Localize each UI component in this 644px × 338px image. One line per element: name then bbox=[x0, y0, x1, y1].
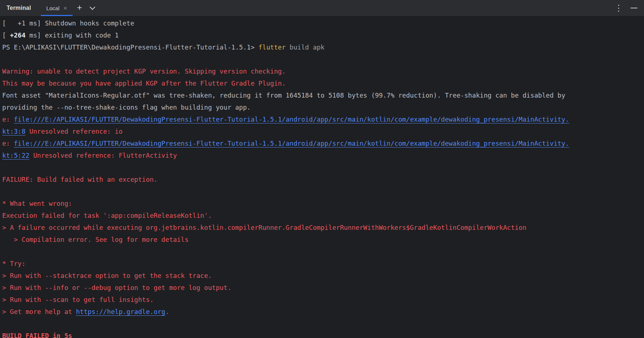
terminal-line: > Run with --info or --debug option to g… bbox=[2, 282, 644, 294]
terminal-panel: { "colors": { "bar_bg": "#2b2d30", "term… bbox=[0, 0, 644, 338]
terminal-text: BUILD FAILED in 5s bbox=[2, 332, 72, 338]
terminal-text: Execution failed for task ':app:compileR… bbox=[2, 212, 212, 219]
panel-title: Terminal bbox=[7, 5, 31, 11]
terminal-text: . bbox=[165, 308, 169, 315]
terminal-text: > Run with --stacktrace option to get th… bbox=[2, 272, 212, 279]
terminal-text: flutter bbox=[259, 44, 286, 51]
terminal-line: Execution failed for task ':app:compileR… bbox=[2, 210, 644, 222]
terminal-text: +264 bbox=[10, 32, 26, 39]
tab-local-label: Local bbox=[46, 5, 59, 11]
terminal-link[interactable]: file:///E:/APLIKASI/FLUTTER/DewakodingPr… bbox=[14, 116, 569, 123]
terminal-text: This may be because you have applied KGP… bbox=[2, 80, 286, 87]
terminal-text: Font asset "MaterialIcons-Regular.otf" w… bbox=[2, 92, 565, 99]
terminal-line: This may be because you have applied KGP… bbox=[2, 78, 644, 90]
terminal-text: providing the --no-tree-shake-icons flag… bbox=[2, 104, 251, 111]
terminal-line bbox=[2, 186, 644, 198]
terminal-text: Unresolved reference: FlutterActivity bbox=[30, 152, 177, 159]
terminal-line: > A failure occurred while executing org… bbox=[2, 222, 644, 234]
terminal-text: > A failure occurred while executing org… bbox=[2, 224, 527, 231]
terminal-text: PS E:\APLIKASI\FLUTTER\DewakodingPresens… bbox=[2, 44, 259, 51]
terminal-line bbox=[2, 246, 644, 258]
terminal-text: > Compilation error. See log for more de… bbox=[2, 236, 189, 243]
tab-local[interactable]: Local × bbox=[41, 0, 73, 16]
terminal-text: FAILURE: Build failed with an exception. bbox=[2, 176, 158, 183]
terminal-line: e: file:///E:/APLIKASI/FLUTTER/Dewakodin… bbox=[2, 138, 644, 150]
terminal-text: > Get more help at bbox=[2, 308, 76, 315]
terminal-text: Unresolved reference: io bbox=[26, 128, 123, 135]
terminal-tabbar: Terminal Local × + bbox=[0, 0, 644, 16]
terminal-line: e: file:///E:/APLIKASI/FLUTTER/Dewakodin… bbox=[2, 114, 644, 126]
new-terminal-icon[interactable]: + bbox=[75, 3, 84, 13]
close-icon[interactable]: × bbox=[63, 5, 67, 11]
terminal-text: e: bbox=[2, 140, 14, 147]
terminal-line: > Run with --stacktrace option to get th… bbox=[2, 270, 644, 282]
terminal-line: Warning: unable to detect project KGP ve… bbox=[2, 66, 644, 78]
terminal-line: providing the --no-tree-shake-icons flag… bbox=[2, 102, 644, 114]
terminal-line bbox=[2, 54, 644, 66]
terminal-line: kt:3:8 Unresolved reference: io bbox=[2, 126, 644, 138]
terminal-text: Warning: unable to detect project KGP ve… bbox=[2, 68, 286, 75]
terminal-text: * What went wrong: bbox=[2, 200, 72, 207]
terminal-link[interactable]: file:///E:/APLIKASI/FLUTTER/DewakodingPr… bbox=[14, 140, 569, 147]
terminal-output[interactable]: [ +1 ms] Shutdown hooks complete[ +264 m… bbox=[0, 16, 644, 338]
terminal-link[interactable]: kt:5:22 bbox=[2, 152, 30, 159]
terminal-line: > Compilation error. See log for more de… bbox=[2, 234, 644, 246]
terminal-text: build apk bbox=[286, 44, 325, 51]
terminal-line: > Run with --scan to get full insights. bbox=[2, 294, 644, 306]
terminal-line: [ +264 ms] exiting with code 1 bbox=[2, 30, 644, 42]
active-tab-indicator bbox=[41, 15, 73, 16]
terminal-link[interactable]: https://help.gradle.org bbox=[76, 308, 165, 315]
terminal-line bbox=[2, 162, 644, 174]
terminal-line: Font asset "MaterialIcons-Regular.otf" w… bbox=[2, 90, 644, 102]
terminal-line: BUILD FAILED in 5s bbox=[2, 330, 644, 338]
more-options-icon[interactable] bbox=[615, 5, 622, 12]
chevron-down-icon[interactable] bbox=[88, 3, 97, 13]
terminal-text: > Run with --scan to get full insights. bbox=[2, 296, 154, 303]
hide-panel-icon[interactable] bbox=[629, 4, 638, 12]
terminal-line bbox=[2, 318, 644, 330]
terminal-text: [ bbox=[2, 32, 10, 39]
terminal-line: * What went wrong: bbox=[2, 198, 644, 210]
terminal-line: * Try: bbox=[2, 258, 644, 270]
terminal-text: e: bbox=[2, 116, 14, 123]
terminal-link[interactable]: kt:3:8 bbox=[2, 128, 26, 135]
terminal-text: [ +1 ms] Shutdown hooks complete bbox=[2, 20, 134, 27]
terminal-line: > Get more help at https://help.gradle.o… bbox=[2, 306, 644, 318]
terminal-text: > Run with --info or --debug option to g… bbox=[2, 284, 231, 291]
terminal-line: PS E:\APLIKASI\FLUTTER\DewakodingPresens… bbox=[2, 42, 644, 54]
terminal-text: ms] exiting with code 1 bbox=[26, 32, 119, 39]
terminal-line: [ +1 ms] Shutdown hooks complete bbox=[2, 17, 644, 30]
terminal-line: kt:5:22 Unresolved reference: FlutterAct… bbox=[2, 150, 644, 162]
terminal-text: * Try: bbox=[2, 260, 26, 267]
terminal-line: FAILURE: Build failed with an exception. bbox=[2, 174, 644, 186]
